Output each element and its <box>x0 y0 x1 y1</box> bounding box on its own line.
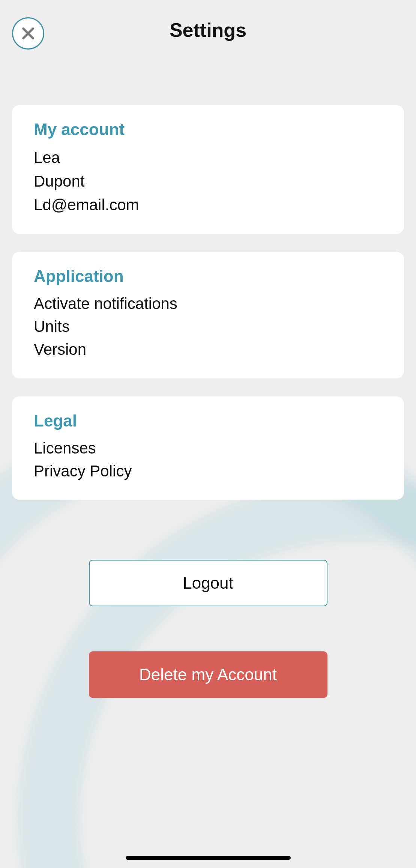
home-indicator[interactable] <box>126 856 291 860</box>
legal-item-privacy[interactable]: Privacy Policy <box>34 460 382 483</box>
my-account-title: My account <box>34 120 382 139</box>
delete-account-button[interactable]: Delete my Account <box>89 651 327 698</box>
account-first-name: Lea <box>34 146 382 169</box>
application-title: Application <box>34 267 382 286</box>
account-email: Ld@email.com <box>34 193 382 217</box>
application-card: Application Activate notifications Units… <box>12 252 404 378</box>
legal-title: Legal <box>34 411 382 430</box>
legal-card: Legal Licenses Privacy Policy <box>12 396 404 500</box>
logout-button[interactable]: Logout <box>89 560 327 606</box>
my-account-card: My account Lea Dupont Ld@email.com <box>12 105 404 234</box>
app-item-units[interactable]: Units <box>34 315 382 338</box>
page-title: Settings <box>0 19 416 41</box>
account-last-name: Dupont <box>34 169 382 193</box>
header: Settings <box>0 0 416 68</box>
legal-item-licenses[interactable]: Licenses <box>34 437 382 460</box>
app-item-version[interactable]: Version <box>34 338 382 361</box>
app-item-notifications[interactable]: Activate notifications <box>34 292 382 315</box>
